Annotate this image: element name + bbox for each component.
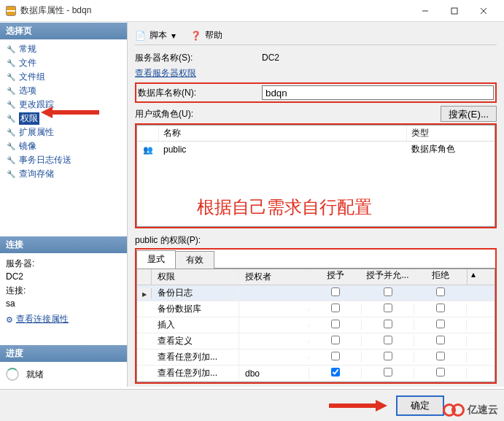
page-options[interactable]: 选项	[3, 84, 124, 98]
footer: 确定 取消	[0, 389, 504, 421]
svg-marker-4	[41, 107, 99, 118]
script-dropdown[interactable]: 脚本	[150, 29, 167, 42]
col-grantor: 授权者	[239, 269, 309, 285]
perm-name: 查看定义	[152, 333, 239, 349]
svg-marker-5	[329, 400, 387, 412]
col-withgrant: 授予并允...	[362, 269, 414, 285]
perm-row[interactable]: 查看任意列加...	[137, 349, 495, 366]
grant-checkbox[interactable]	[331, 320, 340, 328]
page-logshipping[interactable]: 事务日志传送	[3, 153, 124, 167]
wrench-icon	[6, 142, 16, 152]
grant-checkbox[interactable]	[331, 352, 340, 360]
withgrant-checkbox[interactable]	[384, 352, 392, 360]
wrench-icon	[6, 128, 16, 138]
page-mirroring[interactable]: 镜像	[3, 139, 124, 153]
database-icon	[6, 6, 16, 16]
connection-header: 连接	[0, 236, 127, 253]
deny-checkbox[interactable]	[436, 336, 445, 344]
perm-grantor	[239, 356, 309, 359]
deny-checkbox[interactable]	[436, 320, 445, 328]
page-general[interactable]: 常规	[3, 42, 124, 56]
page-filegroups[interactable]: 文件组	[3, 70, 124, 84]
close-button[interactable]	[469, 2, 498, 20]
window-title: 数据库属性 - bdqn	[20, 4, 411, 17]
annotation-arrow-icon	[329, 400, 387, 412]
db-name-input[interactable]	[262, 85, 494, 100]
content-toolbar: 📄 脚本 ▾ ❓ 帮助	[135, 26, 497, 45]
users-list[interactable]: 名称 类型 public 数据库角色	[136, 125, 495, 227]
page-querystore[interactable]: 查询存储	[3, 167, 124, 181]
svg-rect-1	[451, 8, 457, 14]
col-deny: 拒绝	[414, 269, 467, 285]
sidebar: 选择页 常规 文件 文件组 选项 更改跟踪 权限 扩展属性 镜像 事务日志传送 …	[0, 22, 128, 387]
withgrant-checkbox[interactable]	[384, 336, 392, 344]
perms-title: public 的权限(P):	[135, 234, 497, 247]
server-name-value: DC2	[259, 51, 497, 64]
wrench-icon	[6, 155, 16, 166]
perm-name: 备份数据库	[152, 301, 239, 317]
deny-checkbox[interactable]	[436, 287, 445, 296]
user-row-public[interactable]: public 数据库角色	[137, 142, 495, 157]
withgrant-checkbox[interactable]	[384, 368, 392, 376]
db-name-row: 数据库名称(N):	[135, 82, 497, 103]
row-header	[137, 288, 152, 298]
withgrant-checkbox[interactable]	[384, 287, 392, 296]
perm-grantor: dbo	[239, 367, 309, 380]
properties-icon	[6, 314, 16, 325]
tab-effective[interactable]: 有效	[175, 251, 214, 269]
progress-status: 就绪	[26, 368, 44, 381]
withgrant-checkbox[interactable]	[384, 304, 392, 312]
wrench-icon	[6, 100, 16, 110]
perm-name: 查看任意列加...	[152, 366, 239, 381]
connection-value: sa	[6, 298, 121, 309]
perm-row[interactable]: 查看定义	[137, 333, 495, 349]
grant-checkbox[interactable]	[331, 304, 340, 312]
search-button[interactable]: 搜索(E)...	[441, 106, 497, 122]
users-col-type: 类型	[407, 125, 495, 141]
view-server-perms-link[interactable]: 查看服务器权限	[135, 68, 196, 78]
perm-grantor	[239, 292, 309, 295]
perm-row[interactable]: 插入	[137, 317, 495, 333]
help-icon: ❓	[190, 31, 201, 41]
users-col-name: 名称	[159, 125, 407, 141]
perm-row[interactable]: 备份日志	[137, 285, 495, 301]
grant-checkbox[interactable]	[331, 336, 340, 344]
ok-button[interactable]: 确定	[396, 395, 444, 416]
content-pane: 📄 脚本 ▾ ❓ 帮助 服务器名称(S): DC2 查看服务器权限 数据库名称(…	[128, 22, 504, 387]
scroll-up-icon[interactable]: ▴	[467, 269, 478, 285]
connection-label: 连接:	[6, 285, 121, 297]
db-name-label: 数据库名称(N):	[138, 87, 262, 99]
role-icon	[137, 144, 159, 155]
deny-checkbox[interactable]	[436, 304, 445, 312]
perm-row[interactable]: 查看任意列加...dbo	[137, 366, 495, 382]
perm-grantor	[239, 340, 309, 343]
server-value: DC2	[6, 271, 121, 282]
tab-explicit[interactable]: 显式	[136, 250, 176, 269]
grant-checkbox[interactable]	[331, 368, 340, 376]
view-connection-props-link[interactable]: 查看连接属性	[6, 313, 121, 325]
progress-spinner-icon	[6, 368, 19, 381]
wrench-icon	[6, 86, 16, 96]
col-grant: 授予	[309, 269, 362, 285]
wrench-icon	[6, 58, 16, 69]
col-permission: 权限	[152, 269, 239, 285]
grant-checkbox[interactable]	[331, 287, 340, 296]
help-link[interactable]: 帮助	[205, 29, 222, 42]
dropdown-arrow-icon: ▾	[171, 31, 176, 41]
wrench-icon	[6, 45, 16, 55]
maximize-button[interactable]	[440, 2, 469, 20]
watermark-logo: 亿速云	[447, 403, 498, 417]
wrench-icon	[6, 114, 16, 124]
deny-checkbox[interactable]	[436, 368, 445, 376]
users-roles-label: 用户或角色(U):	[135, 108, 441, 120]
wrench-icon	[6, 169, 16, 179]
minimize-button[interactable]	[411, 2, 440, 20]
page-extendedprops[interactable]: 扩展属性	[3, 125, 124, 139]
wrench-icon	[6, 72, 16, 82]
perm-row[interactable]: 备份数据库	[137, 301, 495, 317]
page-files[interactable]: 文件	[3, 56, 124, 70]
withgrant-checkbox[interactable]	[384, 320, 392, 328]
deny-checkbox[interactable]	[436, 352, 445, 360]
script-icon: 📄	[135, 31, 145, 41]
perms-grid: 权限 授权者 授予 授予并允... 拒绝 ▴ 备份日志备份数据库插入查看定义查看…	[136, 268, 495, 382]
